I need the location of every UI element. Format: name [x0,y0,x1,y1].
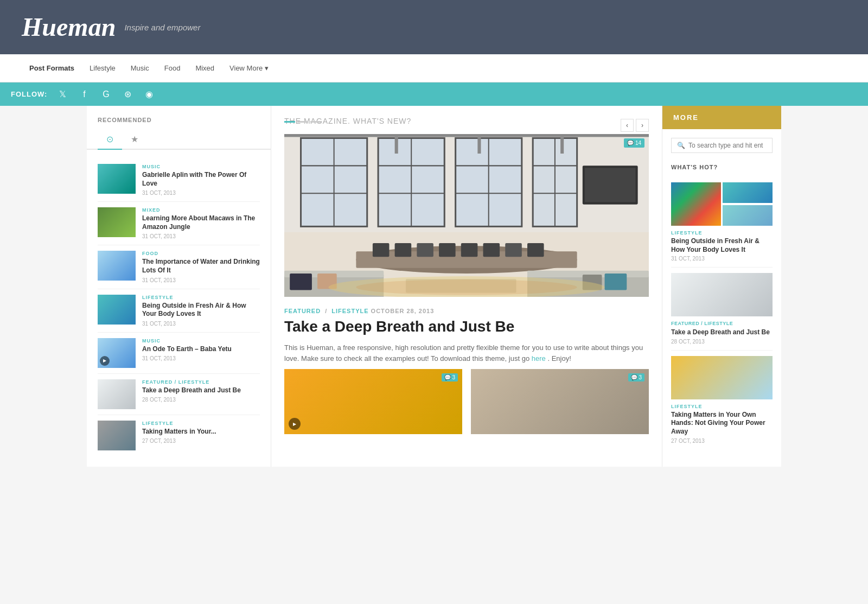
hot-item-category: FEATURED / LIFESTYLE [671,321,773,326]
list-item[interactable]: LIFESTYLE Being Outside in Fresh Air & H… [98,289,260,333]
nav-item-lifestyle[interactable]: Lifestyle [82,54,123,82]
rec-date: 31 OCT, 2013 [142,233,260,239]
sidebar-left: RECOMMENDED ⊙ ★ MUSIC Gabrielle Aplin wi… [87,106,271,467]
rec-thumb: ▶ [98,338,136,368]
rec-category: MIXED [142,207,260,213]
tab-starred[interactable]: ★ [122,130,147,149]
featured-read-more-link[interactable]: here [532,354,546,363]
comment-badge: 💬 14 [624,138,644,148]
svg-rect-26 [395,137,398,154]
sidebar-right: MORE 🔍 WHAT'S HOT? LIFESTYLE Being Outsi… [662,106,781,467]
recommended-title: RECOMMENDED [87,117,271,130]
bottom-grid: 💬 3 ▶ 💬 3 [284,369,649,434]
nav-item-post-formats[interactable]: Post Formats [22,54,82,82]
site-logo[interactable]: Hueman [22,14,116,40]
featured-image: 💬 14 [284,134,649,297]
list-item[interactable]: FOOD The Importance of Water and Drinkin… [98,245,260,289]
search-input[interactable] [688,142,767,149]
list-item[interactable]: FEATURED / LIFESTYLE Take a Deep Breath … [98,374,260,415]
play-icon[interactable]: ▶ [289,418,301,430]
rec-thumb [98,295,136,325]
rec-date: 28 OCT, 2013 [142,397,260,403]
svg-rect-25 [284,134,649,137]
hot-item-category: LIFESTYLE [671,404,773,409]
rec-title: Take a Deep Breath and Just Be [142,386,260,395]
hot-item-title: Taking Matters in Your Own Hands: Not Gi… [671,411,773,436]
hot-item[interactable]: LIFESTYLE Being Outside in Fresh Air & H… [671,177,773,268]
search-icon: 🔍 [677,142,685,149]
svg-rect-28 [560,137,564,154]
svg-rect-33 [417,243,433,257]
svg-rect-27 [477,137,481,154]
google-plus-icon[interactable]: G [99,90,112,99]
rec-tabs: ⊙ ★ [87,130,271,150]
search-box[interactable]: 🔍 [671,138,773,153]
list-item[interactable]: ▶ MUSIC An Ode To Earth – Baba Yetu 31 O… [98,333,260,374]
grid-thumb: 💬 3 ▶ [284,369,462,434]
carousel-dot[interactable] [310,121,321,123]
rec-category: LIFESTYLE [142,295,260,300]
rec-date: 31 OCT, 2013 [142,321,260,327]
featured-categories: FEATURED / LIFESTYLE OCTOBER 28, 2013 [284,308,649,314]
hot-item-category: LIFESTYLE [671,230,773,236]
twitter-icon[interactable]: 𝕏 [56,89,69,99]
svg-rect-45 [605,274,627,290]
rec-thumb [98,379,136,409]
carousel-dot[interactable] [284,121,295,123]
carousel-nav: ‹ › [621,119,649,132]
grid-thumb: 💬 3 [471,369,649,434]
list-item[interactable]: MIXED Learning More About Macaws in The … [98,202,260,245]
list-item[interactable]: LIFESTYLE Taking Matters in Your... 27 O… [98,415,260,456]
svg-rect-35 [461,243,478,257]
nav-item-mixed[interactable]: Mixed [188,54,222,82]
facebook-icon[interactable]: f [78,90,91,99]
rec-date: 31 OCT, 2013 [142,190,260,196]
carousel-next-button[interactable]: › [636,119,649,132]
hot-item[interactable]: LIFESTYLE Taking Matters in Your Own Han… [671,351,773,449]
svg-rect-32 [395,243,412,257]
nav-item-music[interactable]: Music [123,54,157,82]
carousel-dots [284,121,321,123]
rec-content: MUSIC Gabrielle Aplin with The Power Of … [142,164,260,196]
site-tagline: Inspire and empower [124,23,200,32]
hot-item-date: 28 OCT, 2013 [671,339,773,345]
rec-date: 31 OCT, 2013 [142,355,260,361]
hot-item[interactable]: FEATURED / LIFESTYLE Take a Deep Breath … [671,268,773,351]
more-header: MORE [662,106,781,129]
rec-content: MIXED Learning More About Macaws in The … [142,207,260,239]
hot-item-title: Being Outside in Fresh Air & How Your Bo… [671,237,773,254]
rec-title: An Ode To Earth – Baba Yetu [142,345,260,354]
rec-category: FOOD [142,251,260,256]
svg-rect-24 [585,168,636,202]
rec-title: Learning More About Macaws in The Amazon… [142,214,260,231]
rec-category: LIFESTYLE [142,421,260,426]
featured-post-title[interactable]: Take a Deep Breath and Just Be [284,317,649,336]
dribbble-icon[interactable]: ⊛ [121,89,134,99]
nav-item-view-more[interactable]: View More ▾ [222,54,276,82]
tab-recent[interactable]: ⊙ [98,130,122,150]
rec-title: Gabrielle Aplin with The Power Of Love [142,171,260,188]
rec-category: MUSIC [142,164,260,169]
grid-item[interactable]: 💬 3 [471,369,649,434]
rec-title: The Importance of Water and Drinking Lot… [142,258,260,275]
hot-item-thumb [671,273,773,316]
site-header: Hueman Inspire and empower [0,0,868,54]
carousel-dot[interactable] [297,121,308,123]
carousel-prev-button[interactable]: ‹ [621,119,634,132]
rec-title: Being Outside in Fresh Air & How Your Bo… [142,302,260,319]
svg-rect-36 [483,243,500,257]
rec-thumb [98,164,136,194]
rss-icon[interactable]: ◉ [143,89,156,99]
main-container: RECOMMENDED ⊙ ★ MUSIC Gabrielle Aplin wi… [87,106,781,467]
svg-point-49 [356,279,577,295]
grid-item[interactable]: 💬 3 ▶ [284,369,462,434]
rec-thumb [98,251,136,281]
featured-meta: FEATURED / LIFESTYLE OCTOBER 28, 2013 Ta… [284,308,649,365]
right-sidebar-content: 🔍 WHAT'S HOT? LIFESTYLE Being Outside in… [662,129,781,458]
rec-content: FOOD The Importance of Water and Drinkin… [142,251,260,283]
follow-bar: FOLLOW: 𝕏 f G ⊛ ◉ [0,82,868,106]
nav-item-food[interactable]: Food [157,54,188,82]
list-item[interactable]: MUSIC Gabrielle Aplin with The Power Of … [98,158,260,202]
rec-content: LIFESTYLE Being Outside in Fresh Air & H… [142,295,260,327]
svg-rect-31 [373,243,390,257]
